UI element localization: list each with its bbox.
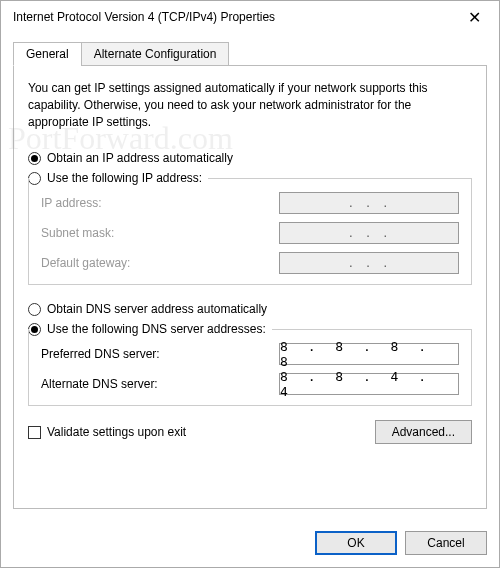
dns-fieldset: Preferred DNS server: 8 . 8 . 8 . 8 Alte…: [28, 329, 472, 406]
label-ip-address: IP address:: [41, 196, 279, 210]
radio-icon: [28, 152, 41, 165]
checkbox-validate[interactable]: Validate settings upon exit: [28, 422, 186, 442]
titlebar: Internet Protocol Version 4 (TCP/IPv4) P…: [1, 1, 499, 33]
checkbox-icon: [28, 426, 41, 439]
close-icon[interactable]: ✕: [458, 8, 491, 27]
row-gateway: Default gateway: . . .: [41, 252, 459, 274]
window-title: Internet Protocol Version 4 (TCP/IPv4) P…: [13, 10, 458, 24]
ip-fieldset: IP address: . . . Subnet mask: . . . Def…: [28, 178, 472, 285]
description-text: You can get IP settings assigned automat…: [28, 80, 472, 130]
ok-button[interactable]: OK: [315, 531, 397, 555]
input-preferred-dns[interactable]: 8 . 8 . 8 . 8: [279, 343, 459, 365]
label-preferred-dns: Preferred DNS server:: [41, 347, 279, 361]
tab-general[interactable]: General: [13, 42, 82, 66]
radio-label: Obtain DNS server address automatically: [47, 302, 267, 316]
bottom-row: Validate settings upon exit Advanced...: [28, 420, 472, 444]
label-subnet: Subnet mask:: [41, 226, 279, 240]
radio-ip-auto[interactable]: Obtain an IP address automatically: [28, 148, 472, 168]
radio-dns-auto[interactable]: Obtain DNS server address automatically: [28, 299, 472, 319]
dialog-buttons: OK Cancel: [1, 521, 499, 567]
advanced-button[interactable]: Advanced...: [375, 420, 472, 444]
tab-panel: PortForward.com You can get IP settings …: [13, 65, 487, 509]
label-alternate-dns: Alternate DNS server:: [41, 377, 279, 391]
checkbox-label: Validate settings upon exit: [47, 425, 186, 439]
row-preferred-dns: Preferred DNS server: 8 . 8 . 8 . 8: [41, 343, 459, 365]
row-subnet: Subnet mask: . . .: [41, 222, 459, 244]
input-gateway: . . .: [279, 252, 459, 274]
tab-alternate[interactable]: Alternate Configuration: [81, 42, 230, 66]
label-gateway: Default gateway:: [41, 256, 279, 270]
radio-icon: [28, 303, 41, 316]
cancel-button[interactable]: Cancel: [405, 531, 487, 555]
row-alternate-dns: Alternate DNS server: 8 . 8 . 4 . 4: [41, 373, 459, 395]
row-ip-address: IP address: . . .: [41, 192, 459, 214]
radio-label: Obtain an IP address automatically: [47, 151, 233, 165]
tab-strip: General Alternate Configuration: [13, 41, 487, 65]
content: General Alternate Configuration PortForw…: [1, 33, 499, 521]
input-subnet: . . .: [279, 222, 459, 244]
dialog-window: Internet Protocol Version 4 (TCP/IPv4) P…: [0, 0, 500, 568]
input-ip-address: . . .: [279, 192, 459, 214]
input-alternate-dns[interactable]: 8 . 8 . 4 . 4: [279, 373, 459, 395]
